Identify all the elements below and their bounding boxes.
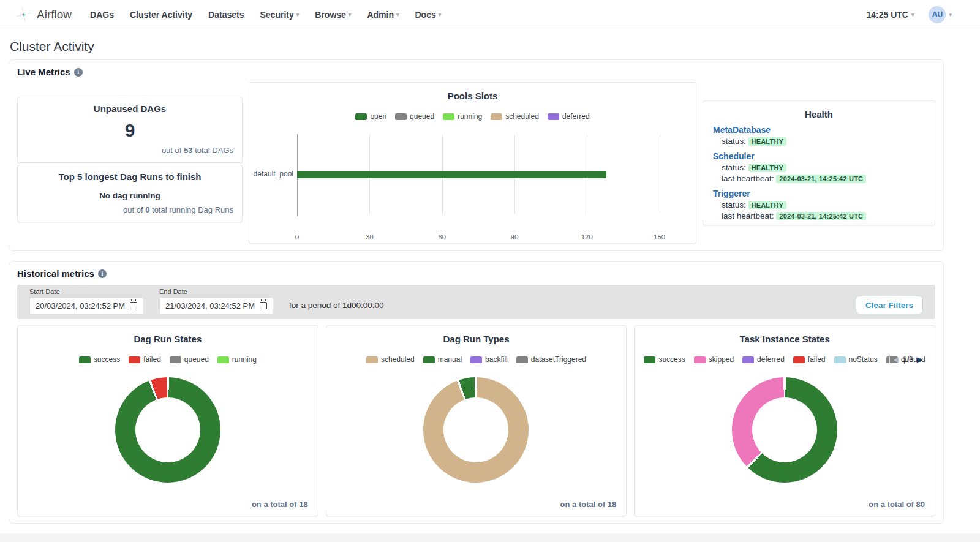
status-row: status: HEALTHY	[722, 163, 925, 172]
calendar-icon[interactable]	[260, 302, 267, 309]
legend-item-queued[interactable]: queued	[170, 355, 209, 364]
nav-item-browse[interactable]: Browse▾	[315, 10, 351, 20]
x-tick-label: 0	[295, 233, 299, 241]
legend-items: scheduledmanualbackfilldatasetTriggered	[366, 355, 586, 364]
legend-item-deferred[interactable]: deferred	[548, 112, 590, 121]
pools-legend: openqueuedrunningscheduleddeferred	[257, 112, 688, 121]
total-text: out of	[123, 205, 143, 214]
total-value: 53	[184, 146, 192, 155]
gridline	[660, 135, 660, 214]
metadatabase-link[interactable]: MetaDatabase	[713, 125, 925, 135]
legend-swatch	[355, 113, 367, 120]
legend-item-datasetTriggered[interactable]: datasetTriggered	[516, 355, 586, 364]
task-instance-states-card: Task Instance States successskippeddefer…	[634, 325, 935, 516]
page-title: Cluster Activity	[10, 39, 944, 54]
task-instance-states-donut[interactable]	[732, 377, 837, 483]
historical-charts-grid: Dag Run States successfailedqueuedrunnin…	[17, 325, 935, 516]
legend-label: success	[94, 355, 120, 364]
legend-label: running	[458, 112, 482, 121]
heading-label: Live Metrics	[17, 67, 70, 77]
legend-swatch	[516, 356, 528, 363]
legend-item-scheduled[interactable]: scheduled	[491, 112, 539, 121]
legend-item-skipped[interactable]: skipped	[694, 355, 734, 364]
nav-right: 14:25 UTC ▾ AU ▾	[866, 6, 952, 23]
bar-open-default_pool[interactable]	[297, 171, 606, 178]
nav-item-cluster-activity[interactable]: Cluster Activity	[130, 10, 192, 20]
legend-item-success[interactable]: success	[79, 355, 120, 364]
legend-prev-button[interactable]: ◀	[894, 356, 899, 363]
info-icon[interactable]: i	[74, 68, 83, 77]
legend-label: scheduled	[381, 355, 415, 364]
nav-item-label: Security	[260, 10, 293, 20]
dag-run-types-donut[interactable]	[423, 377, 529, 483]
start-date-input[interactable]: 20/03/2024, 03:24:52 PM	[29, 297, 143, 314]
chevron-down-icon: ▾	[349, 12, 352, 18]
health-card: Health MetaDatabase status: HEALTHY Sche…	[703, 100, 935, 225]
calendar-icon[interactable]	[130, 302, 137, 309]
chart-title: Dag Run States	[24, 334, 312, 344]
dag-run-states-donut[interactable]	[115, 377, 221, 483]
nav-item-docs[interactable]: Docs▾	[415, 10, 441, 20]
x-tick-label: 30	[366, 233, 374, 241]
total-value: 0	[145, 205, 149, 214]
unpaused-dags-card: Unpaused DAGs 9 out of 53 total DAGs	[17, 97, 243, 163]
nav-item-dags[interactable]: DAGs	[90, 10, 114, 20]
legend-item-backfill[interactable]: backfill	[470, 355, 508, 364]
status-label: status:	[722, 137, 746, 146]
end-date-input[interactable]: 21/03/2024, 03:24:52 PM	[159, 297, 273, 314]
clear-filters-button[interactable]: Clear Filters	[856, 296, 923, 314]
longest-dag-runs-card: Top 5 longest Dag Runs to finish No dag …	[17, 165, 243, 222]
heartbeat-label: last heartbeat:	[722, 211, 774, 220]
legend-item-running[interactable]: running	[217, 355, 257, 364]
status-label: status:	[722, 200, 746, 209]
airflow-logo[interactable]: Airflow	[15, 6, 72, 24]
card-title: Top 5 longest Dag Runs to finish	[26, 171, 233, 182]
timezone-selector[interactable]: 14:25 UTC ▾	[866, 10, 914, 20]
legend-label: datasetTriggered	[531, 355, 586, 364]
health-entry-scheduler: Scheduler status: HEALTHY last heartbeat…	[713, 151, 925, 183]
clock-label: 14:25 UTC	[866, 10, 908, 20]
legend-swatch	[834, 356, 846, 363]
nav-item-security[interactable]: Security▾	[260, 10, 299, 20]
legend-next-button[interactable]: ▶	[917, 356, 922, 363]
pager-divider	[889, 355, 890, 364]
legend-label: deferred	[757, 355, 785, 364]
legend-label: failed	[808, 355, 826, 364]
legend-item-queued[interactable]: queued	[395, 112, 434, 121]
y-axis-label-column: default_pool	[257, 135, 297, 214]
nav-item-label: DAGs	[90, 10, 114, 20]
heartbeat-row: last heartbeat: 2024-03-21, 14:25:42 UTC	[722, 174, 925, 183]
legend-swatch	[395, 113, 407, 120]
legend-label: success	[658, 355, 685, 364]
legend-swatch	[217, 356, 229, 363]
nav-item-admin[interactable]: Admin▾	[367, 10, 399, 20]
legend-item-scheduled[interactable]: scheduled	[366, 355, 415, 364]
info-icon[interactable]: i	[98, 269, 107, 278]
chart-legend: scheduledmanualbackfilldatasetTriggered	[333, 355, 620, 364]
legend-item-open[interactable]: open	[355, 112, 386, 121]
status-badge: HEALTHY	[748, 164, 787, 172]
legend-item-manual[interactable]: manual	[423, 355, 462, 364]
legend-item-deferred[interactable]: deferred	[742, 355, 785, 364]
main-content: Cluster Activity Live Metrics i Unpaused…	[9, 39, 944, 524]
legend-page-indicator: 1/3	[903, 355, 913, 364]
scheduler-link[interactable]: Scheduler	[713, 151, 925, 161]
status-row: status: HEALTHY	[722, 200, 925, 209]
legend-label: running	[232, 355, 257, 364]
pool-name-label: default_pool	[254, 170, 293, 178]
chart-title: Task Instance States	[641, 334, 929, 344]
user-menu[interactable]: AU ▾	[929, 6, 952, 23]
legend-item-failed[interactable]: failed	[129, 355, 161, 364]
axis-spacer	[257, 228, 297, 242]
heartbeat-row: last heartbeat: 2024-03-21, 14:25:42 UTC	[722, 211, 925, 220]
legend-item-running[interactable]: running	[443, 112, 482, 121]
legend-item-noStatus[interactable]: noStatus	[834, 355, 878, 364]
triggerer-link[interactable]: Triggerer	[713, 189, 925, 198]
heartbeat-badge: 2024-03-21, 14:25:42 UTC	[776, 175, 866, 183]
legend-item-success[interactable]: success	[644, 355, 685, 364]
historical-metrics-heading: Historical metrics i	[17, 268, 935, 279]
legend-item-failed[interactable]: failed	[793, 355, 826, 364]
nav-item-label: Docs	[415, 10, 435, 20]
health-entry-triggerer: Triggerer status: HEALTHY last heartbeat…	[713, 189, 925, 220]
nav-item-datasets[interactable]: Datasets	[208, 10, 244, 20]
